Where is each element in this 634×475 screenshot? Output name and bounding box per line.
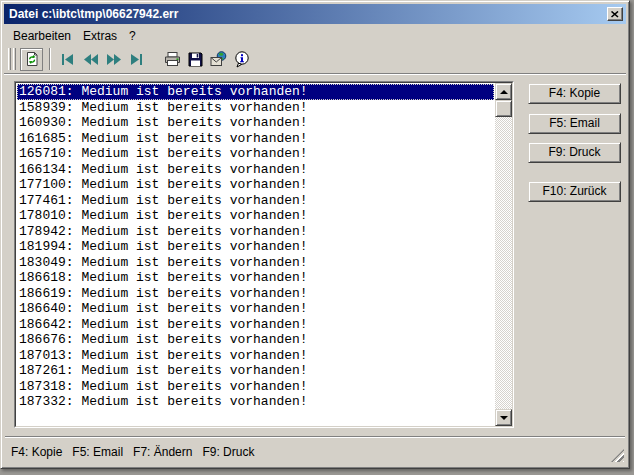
menu-extras[interactable]: Extras: [77, 27, 123, 45]
list-item[interactable]: 186640: Medium ist bereits vorhanden!: [17, 301, 494, 317]
list-item[interactable]: 160930: Medium ist bereits vorhanden!: [17, 115, 494, 131]
menu-bar: Bearbeiten Extras ?: [5, 26, 625, 45]
go-previous-icon: [84, 54, 98, 65]
print-button[interactable]: [161, 48, 184, 71]
go-first-button[interactable]: [56, 48, 79, 71]
close-button[interactable]: [607, 7, 623, 21]
list-item[interactable]: 181994: Medium ist bereits vorhanden!: [17, 239, 494, 255]
go-next-icon: [107, 54, 121, 65]
f10-zurueck-button[interactable]: F10: Zurück: [528, 181, 621, 202]
scrollbar-thumb[interactable]: [495, 100, 512, 117]
menu-help[interactable]: ?: [123, 27, 142, 45]
refresh-document-icon: [24, 51, 40, 67]
list-item[interactable]: 187013: Medium ist bereits vorhanden!: [17, 348, 494, 364]
scroll-up-button[interactable]: [495, 83, 512, 100]
error-listbox: 126081: Medium ist bereits vorhanden!158…: [14, 81, 514, 428]
app-window: Datei c:\ibtc\tmp\06627942.err Bearbeite…: [0, 0, 630, 469]
status-text: F4: Kopie F5: Email F7: Ändern F9: Druck: [11, 445, 254, 459]
f9-druck-button[interactable]: F9: Druck: [528, 142, 621, 163]
list-item[interactable]: 177461: Medium ist bereits vorhanden!: [17, 193, 494, 209]
arrow-up-icon: [500, 90, 508, 94]
go-last-icon: [130, 54, 143, 65]
arrow-down-icon: [500, 416, 508, 420]
save-icon: [188, 52, 203, 67]
info-button[interactable]: [230, 48, 253, 71]
go-first-icon: [61, 54, 74, 65]
title-bar[interactable]: Datei c:\ibtc\tmp\06627942.err: [4, 4, 626, 24]
toolbar: [4, 45, 626, 74]
info-icon: [234, 51, 250, 68]
list-item[interactable]: 158939: Medium ist bereits vorhanden!: [17, 100, 494, 116]
error-list: 126081: Medium ist bereits vorhanden!158…: [17, 84, 494, 425]
error-listbox-inner: 126081: Medium ist bereits vorhanden!158…: [15, 82, 513, 427]
toolbar-separator: [49, 48, 51, 70]
list-item[interactable]: 186676: Medium ist bereits vorhanden!: [17, 332, 494, 348]
scroll-down-button[interactable]: [495, 409, 512, 426]
list-item[interactable]: 161685: Medium ist bereits vorhanden!: [17, 131, 494, 147]
menu-bearbeiten[interactable]: Bearbeiten: [7, 27, 77, 45]
email-button[interactable]: [207, 48, 230, 71]
list-item[interactable]: 166134: Medium ist bereits vorhanden!: [17, 162, 494, 178]
go-next-button[interactable]: [102, 48, 125, 71]
f5-email-button[interactable]: F5: Email: [528, 113, 621, 134]
window-title: Datei c:\ibtc\tmp\06627942.err: [9, 7, 607, 21]
status-bar: F4: Kopie F5: Email F7: Ändern F9: Druck: [5, 438, 625, 465]
list-item[interactable]: 165710: Medium ist bereits vorhanden!: [17, 146, 494, 162]
print-icon: [164, 51, 181, 67]
list-item[interactable]: 183049: Medium ist bereits vorhanden!: [17, 255, 494, 271]
list-item[interactable]: 187318: Medium ist bereits vorhanden!: [17, 379, 494, 395]
close-icon: [611, 11, 619, 18]
list-item[interactable]: 126081: Medium ist bereits vorhanden!: [17, 84, 494, 100]
refresh-button[interactable]: [20, 48, 43, 71]
list-item[interactable]: 178010: Medium ist bereits vorhanden!: [17, 208, 494, 224]
list-item[interactable]: 177100: Medium ist bereits vorhanden!: [17, 177, 494, 193]
go-last-button[interactable]: [125, 48, 148, 71]
list-item[interactable]: 186619: Medium ist bereits vorhanden!: [17, 286, 494, 302]
save-button[interactable]: [184, 48, 207, 71]
toolbar-grip[interactable]: [8, 48, 11, 70]
f4-kopie-button[interactable]: F4: Kopie: [528, 83, 621, 104]
vertical-scrollbar[interactable]: [495, 83, 512, 426]
list-item[interactable]: 187261: Medium ist bereits vorhanden!: [17, 363, 494, 379]
screen: Datei c:\ibtc\tmp\06627942.err Bearbeite…: [0, 0, 634, 475]
list-item[interactable]: 186642: Medium ist bereits vorhanden!: [17, 317, 494, 333]
list-item[interactable]: 186618: Medium ist bereits vorhanden!: [17, 270, 494, 286]
go-previous-button[interactable]: [79, 48, 102, 71]
toolbar-grip2[interactable]: [13, 48, 16, 70]
email-icon: [210, 51, 227, 67]
list-item[interactable]: 187332: Medium ist bereits vorhanden!: [17, 394, 494, 410]
list-item[interactable]: 178942: Medium ist bereits vorhanden!: [17, 224, 494, 240]
